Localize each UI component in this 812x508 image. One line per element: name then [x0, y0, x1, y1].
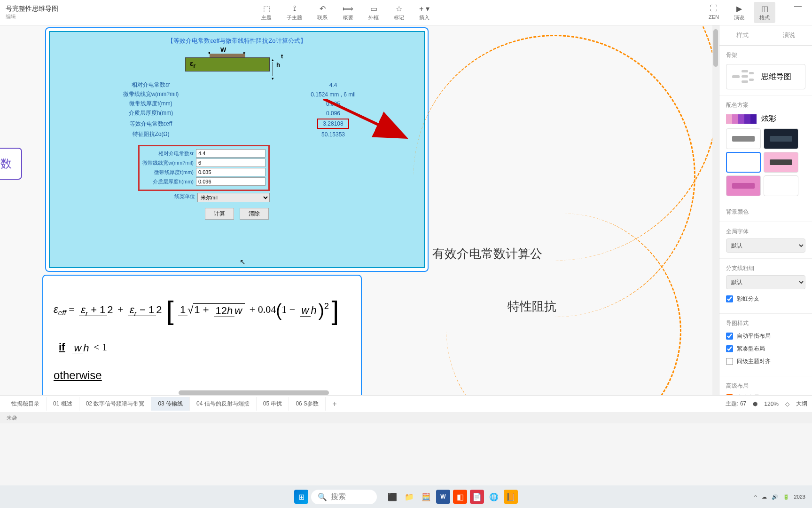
insert-button[interactable]: + ▾插入	[414, 2, 435, 23]
zoom-chevron-icon[interactable]: ◇	[785, 401, 789, 407]
branch-width-select[interactable]: 默认	[726, 275, 805, 289]
skeleton-selector[interactable]: 思维导图	[726, 64, 805, 89]
zoom-level[interactable]: 120%	[764, 401, 779, 407]
minimize-button[interactable]: —	[789, 2, 807, 23]
relation-button[interactable]: ↶联系	[312, 2, 333, 23]
input-er[interactable]	[196, 149, 265, 158]
windows-taskbar: ⊞ 🔍搜索 ⬛ 📁 🧮 W ◧ 📄 🌐 📙 ^ ☁ 🔊 🔋 2023	[0, 485, 812, 508]
clear-button[interactable]: 清除	[240, 208, 269, 220]
star-icon: ☆	[396, 4, 402, 13]
topic-icon: ⬚	[263, 4, 270, 13]
label-er: 相对介电常数εr	[55, 81, 247, 89]
input-form: 相对介电常数εr 微带线线宽w(mm?mil) 微带线厚度t(mm) 介质层厚度…	[138, 145, 270, 191]
present-button[interactable]: ▶演说	[728, 2, 750, 23]
start-button[interactable]: ⊞	[294, 490, 308, 504]
pdf-icon[interactable]: 📄	[470, 490, 484, 504]
search-icon: 🔍	[318, 492, 327, 501]
heading-bg-color: 背景颜色	[726, 208, 805, 216]
wifi-icon[interactable]: 🔊	[772, 494, 778, 500]
zen-button[interactable]: ⛶ZEN	[703, 2, 725, 23]
input-t[interactable]	[196, 168, 265, 176]
sheet-tab[interactable]: 05 串扰	[257, 397, 289, 411]
compact-checkbox[interactable]	[726, 345, 733, 352]
calculator-icon[interactable]: 🧮	[419, 490, 433, 504]
theme-pink[interactable]	[764, 152, 798, 173]
document-subtitle: 编辑	[5, 13, 58, 20]
input-w[interactable]	[196, 159, 265, 167]
same-level-checkbox[interactable]	[726, 358, 733, 365]
sheet-tab-active[interactable]: 03 传输线	[151, 397, 190, 411]
vertical-scrollbar[interactable]	[712, 25, 719, 395]
heading-map-style: 导图样式	[726, 319, 805, 327]
zen-icon: ⛶	[710, 4, 718, 13]
unit-select[interactable]: 米尔mil	[197, 193, 270, 202]
rainbow-checkbox[interactable]	[726, 295, 733, 302]
sub-topic-button[interactable]: ⟟子主题	[281, 2, 308, 23]
formula-card: εeff = εr + 12 + εr − 12 [ 1√1 + 12hw + …	[42, 275, 362, 395]
heading-global-font: 全局字体	[726, 228, 805, 236]
chevron-up-icon[interactable]: ^	[754, 494, 757, 500]
theme-dark[interactable]	[764, 128, 798, 149]
label-w: 微带线线宽w(mm?mil)	[55, 90, 247, 98]
label-zo: 特征阻抗Zo(Ω)	[55, 130, 247, 138]
theme-blue[interactable]	[726, 152, 761, 173]
titlebar: 号完整性思维导图 编辑 ⬚主题 ⟟子主题 ↶联系 ⟾概要 ▭外框 ☆标记 + ▾…	[0, 0, 812, 25]
task-view-icon[interactable]: ⬛	[385, 490, 399, 504]
format-panel: 样式 演说 骨架 思维导图 配色方案	[719, 25, 812, 395]
add-sheet-button[interactable]: +	[326, 397, 343, 411]
outline-button[interactable]: 大纲	[796, 400, 807, 408]
tab-style[interactable]: 样式	[719, 25, 766, 45]
auto-balance-checkbox[interactable]	[726, 333, 733, 340]
summary-button[interactable]: ⟾概要	[337, 2, 359, 23]
tab-present[interactable]: 演说	[766, 25, 812, 45]
calc-title: 【等效介电常数εeff与微带线特性阻抗Zo计算公式】	[55, 37, 419, 45]
cloud-icon[interactable]: ☁	[762, 494, 767, 500]
main-topic-button[interactable]: ⬚主题	[256, 2, 277, 23]
topic-count: 主题: 67	[726, 400, 746, 408]
horizontal-scrollbar[interactable]	[179, 390, 329, 395]
format-button[interactable]: ◫格式	[754, 2, 775, 23]
calculate-button[interactable]: 计算	[205, 208, 234, 220]
word-icon[interactable]: W	[436, 490, 450, 504]
heading-branch-width: 分支线粗细	[726, 264, 805, 272]
outer-button[interactable]: ▭外框	[363, 2, 384, 23]
sheet-tabs-bar: 性揭秘目录 01 概述 02 数字信号频谱与带宽 03 传输线 04 信号的反射…	[0, 395, 812, 412]
font-select[interactable]: 默认	[726, 238, 805, 253]
color-swatch	[726, 114, 757, 124]
microstrip-diagram: W ◂ ▸ εr t h ▴▾	[185, 49, 289, 74]
calculator-card: 【等效介电常数εeff与微带线特性阻抗Zo计算公式】 W ◂ ▸ εr t h …	[45, 27, 429, 272]
subtopic-icon: ⟟	[293, 4, 296, 13]
document-title: 号完整性思维导图	[5, 5, 58, 13]
heading-advanced: 高级布局	[726, 382, 805, 390]
theme-pink2[interactable]	[726, 175, 761, 196]
map-icon[interactable]: ⬢	[753, 401, 757, 407]
sheet-tab[interactable]: 04 信号的反射与端接	[190, 397, 257, 411]
sheet-tab[interactable]: 06 S参数	[289, 397, 326, 411]
relation-icon: ↶	[320, 4, 326, 13]
node-eeff-formula[interactable]: 有效介电常数计算公	[432, 246, 542, 262]
heading-color-scheme: 配色方案	[726, 101, 805, 109]
sheet-tab[interactable]: 性揭秘目录	[5, 397, 47, 411]
app-icon[interactable]: ◧	[453, 490, 467, 504]
battery-icon[interactable]: 🔋	[783, 494, 789, 500]
node-impedance[interactable]: 特性阻抗	[508, 298, 556, 315]
system-tray[interactable]: ^ ☁ 🔊 🔋 2023	[754, 494, 805, 500]
node-constant[interactable]: l常数	[0, 148, 22, 180]
theme-light[interactable]	[726, 128, 761, 149]
taskbar-search[interactable]: 🔍搜索	[311, 490, 377, 504]
heading-skeleton: 骨架	[726, 51, 805, 59]
label-h: 介质层厚度h(mm)	[55, 109, 247, 117]
sheet-tab[interactable]: 02 数字信号频谱与带宽	[79, 397, 152, 411]
label-eeff: 等效介电常数εeff	[55, 120, 247, 128]
mindmap-canvas[interactable]: l常数 【等效介电常数εeff与微带线特性阻抗Zo计算公式】 W ◂ ▸ εr …	[0, 25, 719, 395]
formula-otherwise: otherwise	[54, 364, 351, 387]
marker-button[interactable]: ☆标记	[388, 2, 410, 23]
edge-icon[interactable]: 🌐	[487, 490, 501, 504]
explorer-icon[interactable]: 📁	[402, 490, 416, 504]
sheet-tab[interactable]: 01 概述	[47, 397, 79, 411]
status-bar: 来袭	[0, 412, 812, 423]
summary-icon: ⟾	[343, 4, 353, 13]
theme-other[interactable]	[764, 175, 798, 196]
input-h[interactable]	[196, 177, 265, 186]
app2-icon[interactable]: 📙	[504, 490, 518, 504]
